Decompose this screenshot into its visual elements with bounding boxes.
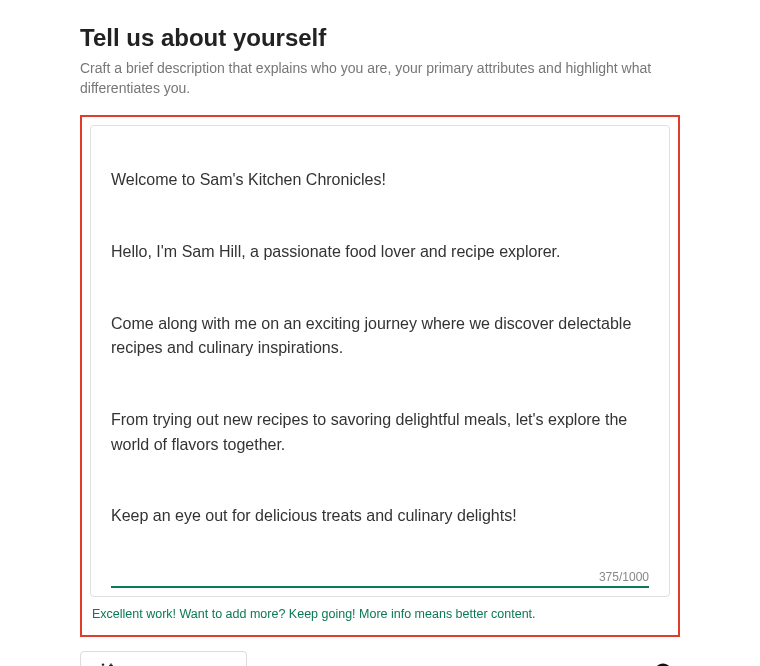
description-text[interactable]: Welcome to Sam's Kitchen Chronicles! Hel… bbox=[111, 144, 649, 564]
description-paragraph: Keep an eye out for delicious treats and… bbox=[111, 504, 649, 529]
page-title: Tell us about yourself bbox=[80, 24, 680, 52]
char-counter: 375/1000 bbox=[111, 564, 649, 584]
description-editor[interactable]: Welcome to Sam's Kitchen Chronicles! Hel… bbox=[90, 125, 670, 597]
editor-highlight-annotation: Welcome to Sam's Kitchen Chronicles! Hel… bbox=[80, 115, 680, 637]
feedback-message: Excellent work! Want to add more? Keep g… bbox=[90, 597, 670, 627]
description-paragraph: Welcome to Sam's Kitchen Chronicles! bbox=[111, 168, 649, 193]
page-subtitle: Craft a brief description that explains … bbox=[80, 58, 680, 99]
show-tips-button[interactable]: Show Tips bbox=[569, 658, 680, 666]
eye-icon bbox=[652, 659, 674, 666]
description-paragraph: Hello, I'm Sam Hill, a passionate food l… bbox=[111, 240, 649, 265]
actions-row: Improve with AI Show Tips bbox=[80, 651, 680, 666]
editor-focus-underline bbox=[111, 586, 649, 588]
improve-with-ai-button[interactable]: Improve with AI bbox=[80, 651, 247, 666]
description-paragraph: From trying out new recipes to savoring … bbox=[111, 408, 649, 458]
magic-wand-icon bbox=[99, 662, 115, 666]
description-paragraph: Come along with me on an exciting journe… bbox=[111, 312, 649, 362]
